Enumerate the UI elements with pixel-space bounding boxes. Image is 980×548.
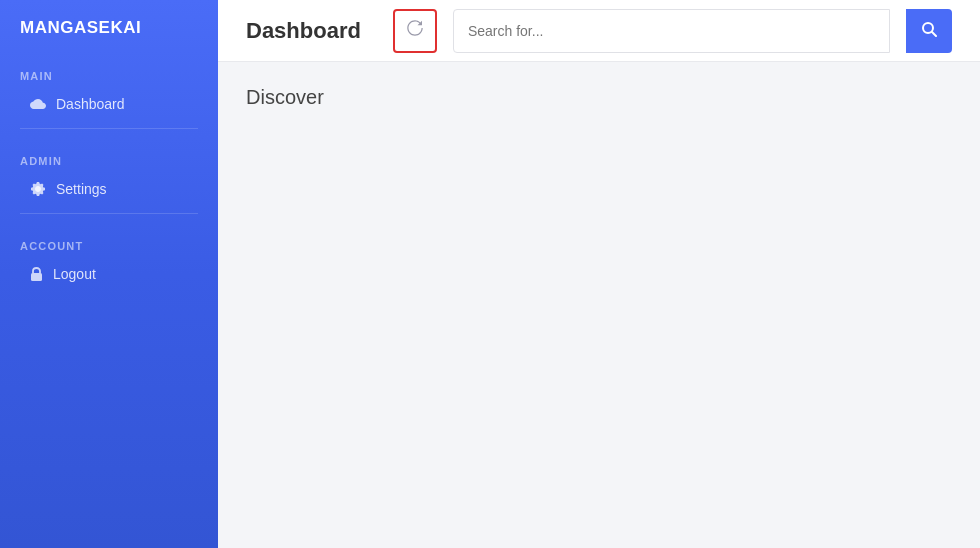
sidebar-divider-admin xyxy=(20,213,198,214)
sidebar-item-logout-label: Logout xyxy=(53,266,96,282)
sidebar-section-admin-label: ADMIN xyxy=(20,155,198,167)
refresh-icon xyxy=(406,19,424,42)
refresh-button[interactable] xyxy=(393,9,437,53)
sidebar-section-account: ACCOUNT Logout xyxy=(0,226,218,294)
sidebar-item-settings[interactable]: Settings xyxy=(20,173,198,205)
content-area: Discover xyxy=(218,62,980,548)
sidebar-item-settings-label: Settings xyxy=(56,181,107,197)
sidebar-section-main-label: MAIN xyxy=(20,70,198,82)
cloud-icon xyxy=(30,97,46,111)
search-icon xyxy=(921,21,937,41)
svg-rect-0 xyxy=(31,273,42,281)
sidebar-divider-main xyxy=(20,128,198,129)
sidebar-section-main: MAIN Dashboard xyxy=(0,56,218,141)
gear-icon xyxy=(30,181,46,197)
search-input[interactable] xyxy=(453,9,890,53)
sidebar-item-logout[interactable]: Logout xyxy=(20,258,198,290)
sidebar-logo: MANGASEKAI xyxy=(0,0,218,56)
sidebar-item-dashboard[interactable]: Dashboard xyxy=(20,88,198,120)
svg-line-2 xyxy=(932,32,936,36)
sidebar-section-account-label: ACCOUNT xyxy=(20,240,198,252)
main-area: Dashboard Discover xyxy=(218,0,980,548)
lock-icon xyxy=(30,266,43,282)
page-title: Dashboard xyxy=(246,18,361,44)
sidebar-item-dashboard-label: Dashboard xyxy=(56,96,125,112)
header: Dashboard xyxy=(218,0,980,62)
sidebar: MANGASEKAI MAIN Dashboard ADMIN Se xyxy=(0,0,218,548)
search-button[interactable] xyxy=(906,9,952,53)
sidebar-section-admin: ADMIN Settings xyxy=(0,141,218,226)
discover-title: Discover xyxy=(246,86,952,109)
